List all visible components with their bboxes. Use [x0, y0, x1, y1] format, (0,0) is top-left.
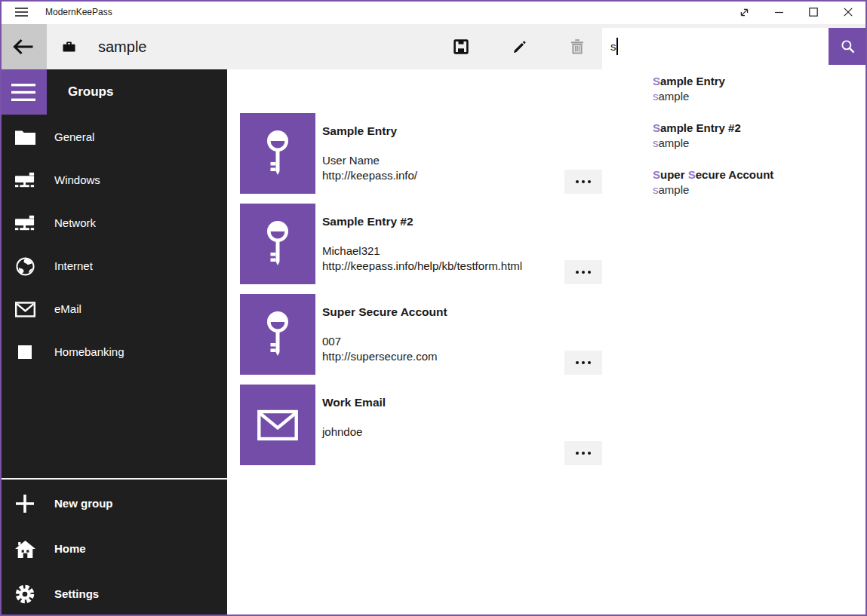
sidebar-hamburger-button[interactable] — [0, 69, 47, 115]
home-icon — [14, 539, 35, 559]
entry-row[interactable]: Super Secure Account 007 http://supersec… — [240, 294, 602, 375]
trash-icon — [570, 39, 584, 54]
sidebar-item-label: New group — [54, 486, 113, 522]
minimize-icon — [774, 8, 784, 17]
close-button[interactable] — [831, 0, 865, 24]
entry-row[interactable]: Work Email johndoe — [240, 385, 602, 465]
sidebar-item-email[interactable]: eMail — [0, 291, 227, 327]
database-icon — [63, 41, 75, 53]
delete-button[interactable] — [558, 29, 596, 65]
search-result[interactable]: Sample Entrysample — [653, 75, 865, 103]
entry-username: User Name — [322, 153, 380, 168]
sidebar-item-label: Network — [54, 205, 96, 241]
maximize-icon — [808, 7, 819, 17]
database-title: sample — [98, 24, 146, 69]
edit-button[interactable] — [500, 29, 538, 65]
search-result-subtitle: sample — [653, 90, 865, 103]
sidebar-item-label: Homebanking — [54, 334, 125, 370]
sidebar-item-internet[interactable]: Internet — [0, 248, 227, 284]
sidebar-item-windows[interactable]: Windows — [0, 162, 227, 198]
sidebar-item-new-group[interactable]: New group — [0, 486, 227, 522]
search-result[interactable]: Sample Entry #2sample — [653, 121, 865, 150]
entry-url: http://keepass.info/ — [322, 168, 417, 183]
entry-title: Work Email — [322, 395, 386, 410]
back-arrow-icon — [13, 38, 34, 55]
save-button[interactable] — [442, 29, 480, 65]
entry-title: Sample Entry #2 — [322, 214, 414, 229]
maximize-button[interactable] — [796, 0, 831, 24]
sidebar-item-settings[interactable]: Settings — [0, 576, 227, 612]
entry-tile[interactable] — [240, 113, 315, 194]
sidebar: Groups General Windows Network Internet … — [0, 69, 227, 616]
entry-title: Super Secure Account — [322, 305, 447, 320]
search-box — [602, 28, 829, 65]
sidebar-item-label: Home — [54, 531, 86, 567]
entry-more-button[interactable] — [564, 260, 602, 284]
titlebar-hamburger-button[interactable] — [6, 0, 36, 24]
fullscreen-button[interactable] — [727, 0, 761, 24]
entry-row[interactable]: Sample Entry #2 Michael321 http://keepas… — [240, 204, 602, 284]
search-result-subtitle: sample — [653, 183, 865, 197]
text-caret — [616, 38, 618, 55]
entry-tile[interactable] — [240, 204, 315, 284]
close-icon — [843, 7, 853, 17]
entry-more-button[interactable] — [564, 351, 602, 375]
search-result-title: Super Secure Account — [653, 168, 865, 182]
search-result[interactable]: Super Secure Accountsample — [653, 168, 865, 197]
folder-icon — [14, 127, 35, 147]
command-bar: sample — [0, 24, 867, 69]
sidebar-item-label: Settings — [54, 576, 99, 612]
workstation-icon — [14, 213, 35, 233]
sidebar-item-label: eMail — [54, 291, 81, 327]
key-icon — [263, 130, 293, 178]
entry-url: http://supersecure.com — [322, 349, 438, 364]
entry-username: 007 — [322, 334, 341, 349]
gear-icon — [14, 584, 35, 604]
entry-url: http://keepass.info/help/kb/testform.htm… — [322, 259, 522, 274]
minimize-button[interactable] — [761, 0, 796, 24]
entry-more-button[interactable] — [564, 170, 602, 194]
entry-more-button[interactable] — [564, 441, 602, 465]
hamburger-icon — [15, 8, 28, 17]
workstation-icon — [14, 170, 35, 190]
command-bar-actions — [442, 29, 616, 65]
entry-title: Sample Entry — [322, 124, 397, 139]
sidebar-item-label: Windows — [54, 162, 100, 198]
search-result-subtitle: sample — [653, 136, 865, 150]
square-icon — [14, 342, 35, 362]
envelope-icon — [257, 409, 298, 441]
save-icon — [453, 39, 469, 54]
sidebar-divider — [0, 478, 227, 480]
search-result-title: Sample Entry — [653, 75, 865, 88]
entry-tile[interactable] — [240, 294, 315, 375]
title-bar: ModernKeePass — [0, 0, 867, 24]
app-title: ModernKeePass — [45, 0, 112, 24]
key-icon — [263, 311, 293, 359]
search-result-title: Sample Entry #2 — [653, 121, 865, 135]
back-button[interactable] — [0, 24, 47, 69]
sidebar-item-home[interactable]: Home — [0, 531, 227, 567]
enter-fullscreen-icon — [739, 7, 750, 18]
key-icon — [263, 220, 293, 268]
groups-header: Groups — [68, 80, 113, 104]
sidebar-item-label: Internet — [54, 248, 93, 284]
sidebar-item-network[interactable]: Network — [0, 205, 227, 241]
globe-icon — [14, 256, 35, 276]
search-icon — [841, 39, 855, 54]
sidebar-item-label: General — [54, 119, 94, 155]
entry-tile[interactable] — [240, 385, 315, 465]
envelope-icon — [14, 299, 35, 319]
entry-row[interactable]: Sample Entry User Name http://keepass.in… — [240, 113, 602, 194]
app-window: ModernKeePass sample — [0, 0, 867, 616]
plus-icon — [14, 494, 35, 513]
search-input[interactable] — [602, 28, 829, 65]
entry-username: johndoe — [322, 424, 362, 440]
hamburger-icon — [11, 84, 35, 101]
search-suggestions-dropdown: Sample EntrysampleSample Entry #2sampleS… — [602, 65, 865, 210]
search-button[interactable] — [829, 28, 867, 65]
entry-username: Michael321 — [322, 244, 380, 259]
sidebar-item-homebanking[interactable]: Homebanking — [0, 334, 227, 370]
sidebar-item-general[interactable]: General — [0, 119, 227, 155]
pencil-icon — [512, 40, 527, 54]
window-controls — [727, 0, 865, 24]
